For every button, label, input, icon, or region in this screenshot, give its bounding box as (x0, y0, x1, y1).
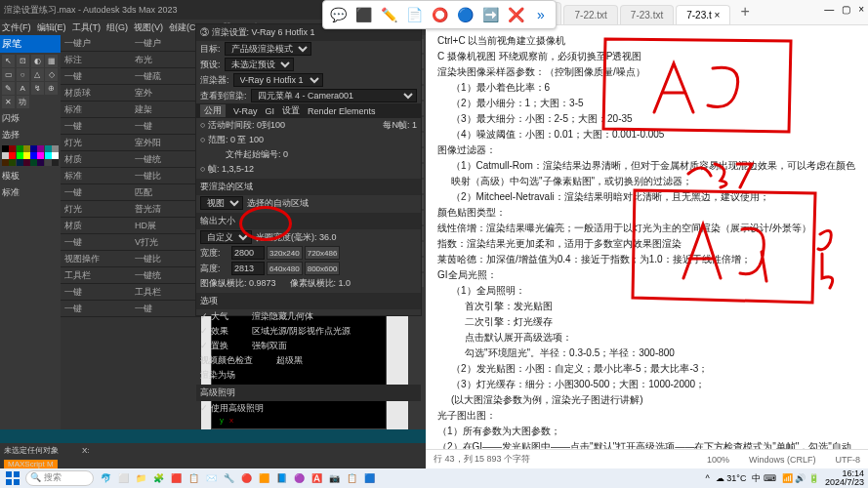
side-item[interactable]: HD展 (131, 218, 201, 234)
tool-icon[interactable]: ✎ (2, 82, 15, 95)
tool-arrow-icon[interactable]: ➡️ (478, 3, 502, 26)
taskbar-app-icon[interactable]: 🔧 (221, 470, 236, 486)
opt-field[interactable]: 渲染为场 (200, 369, 235, 382)
swatch[interactable] (45, 159, 52, 166)
width-input[interactable] (231, 246, 265, 260)
side-item[interactable]: 普光清 (131, 201, 201, 218)
side-item[interactable]: 标准 (61, 168, 131, 184)
taskbar-app-icon[interactable]: 📷 (326, 470, 342, 486)
side-item[interactable]: 一键 (131, 118, 201, 135)
tool-icon[interactable]: ⊕ (45, 82, 58, 95)
swatch[interactable] (17, 152, 23, 159)
taskbar-app-icon[interactable]: 🔴 (238, 470, 254, 486)
side-item[interactable]: 材质 (61, 218, 131, 234)
tray-wifi-icon[interactable]: 📶 🔊 🔋 (782, 473, 819, 483)
side-item[interactable]: 一键 (61, 118, 131, 135)
opt-atm[interactable]: ✓ 大气 (200, 310, 228, 323)
menu-edit[interactable]: 编辑(E) (37, 21, 66, 34)
swatch[interactable] (52, 145, 59, 152)
renderer-select[interactable]: V-Ray 6 Hotfix 1 (233, 73, 323, 87)
tool-page-icon[interactable]: 📄 (402, 3, 426, 26)
start-button[interactable] (4, 469, 21, 487)
tab-2[interactable]: 7-22.txt (563, 5, 617, 24)
menu-file[interactable]: 文件(F) (2, 21, 31, 34)
tool-icon[interactable]: ✕ (2, 96, 15, 108)
side-item[interactable]: 材质球 (61, 85, 131, 102)
tool-icon[interactable]: ▭ (2, 68, 15, 81)
tab-close-icon[interactable]: × (715, 10, 721, 20)
side-item[interactable]: 一键户 (61, 35, 131, 52)
tool-icon[interactable]: ◐ (31, 55, 44, 67)
tray-chevron-icon[interactable]: ^ (706, 473, 710, 483)
menu-view[interactable]: 视图(V) (134, 21, 163, 34)
swatch[interactable] (30, 152, 37, 159)
side-item[interactable]: 建架 (131, 102, 201, 118)
swatch[interactable] (37, 145, 44, 152)
taskbar-app-icon[interactable]: ⬜ (115, 470, 131, 486)
taskbar-search[interactable]: 🔍 搜索 (25, 470, 94, 486)
side-item[interactable]: 一键户 (131, 35, 201, 52)
taskbar-app-icon[interactable]: 🐬 (98, 470, 113, 486)
swatch[interactable] (2, 152, 9, 159)
taskbar-app-icon[interactable]: 🟥 (168, 470, 184, 486)
swatch[interactable] (52, 152, 59, 159)
swatch[interactable] (9, 152, 16, 159)
tray-lang[interactable]: 中 ⌨ (752, 472, 776, 485)
tool-close-icon[interactable]: ❌ (504, 3, 527, 26)
taskbar-app-icon[interactable]: 🅰️ (309, 470, 324, 486)
swatch[interactable] (2, 159, 9, 166)
radio-single[interactable]: ○ 活动时间段: 0到100 (200, 119, 285, 132)
tool-square-icon[interactable]: ⬛ (351, 3, 375, 26)
taskbar-app-icon[interactable]: 📋 (186, 470, 201, 486)
opt-fx[interactable]: ✓ 效果 (200, 325, 228, 338)
swatch[interactable] (9, 145, 16, 152)
tab-common[interactable]: 公用 (200, 104, 226, 117)
size-custom[interactable]: 自定义 (200, 230, 252, 244)
taskbar-app-icon[interactable]: 🟦 (361, 470, 377, 486)
swatch[interactable] (17, 159, 23, 166)
notepad-body[interactable]: Ctrl+C 以当前视角建立摄像机C 摄像机视图 环绕观察前，必须切换至P透视图… (426, 25, 868, 449)
tab-gi[interactable]: GI (266, 106, 275, 116)
preset-720[interactable]: 720x486 (305, 246, 341, 260)
opt-vid[interactable]: 视频颜色检查 (200, 354, 253, 367)
side-item[interactable]: 一键统 (131, 267, 201, 284)
swatch[interactable] (45, 152, 52, 159)
side-item[interactable]: 布光 (131, 52, 201, 68)
preset-640[interactable]: 640x480 (267, 262, 303, 275)
tab-4[interactable]: 7-23.t × (676, 5, 730, 24)
side-item[interactable]: 视图操作 (61, 251, 131, 267)
target-select[interactable]: 产品级渲染模式 (225, 42, 311, 56)
side-item[interactable]: 工具栏 (131, 284, 201, 301)
tool-icon[interactable]: ▦ (45, 55, 58, 67)
side-item[interactable]: 室外阳 (131, 135, 201, 151)
side-item[interactable]: 工具栏 (61, 267, 131, 284)
side-item[interactable]: 一键 (61, 234, 131, 251)
height-input[interactable] (231, 262, 265, 275)
side-item[interactable]: 一键 (61, 284, 131, 301)
side-item[interactable]: 标准 (61, 102, 131, 118)
taskbar-app-icon[interactable]: 📋 (344, 470, 359, 486)
taskbar-app-icon[interactable]: 🟧 (256, 470, 271, 486)
side-item[interactable]: 一键比 (131, 251, 201, 267)
side-item[interactable]: 一键比 (131, 168, 201, 184)
side-item[interactable]: 一键 (61, 301, 131, 317)
preset-800[interactable]: 800x600 (305, 262, 341, 275)
weather-icon[interactable]: ☁ 31°C (716, 473, 747, 483)
area-select[interactable]: 视图 (200, 196, 243, 210)
tab-vray[interactable]: V-Ray (233, 106, 258, 116)
tool-icon[interactable]: ↯ (31, 82, 44, 95)
side-item[interactable]: 一键 (61, 184, 131, 201)
swatch[interactable] (30, 159, 37, 166)
opt-adv-light[interactable]: ✓ 使用高级照明 (200, 402, 264, 415)
tool-icon[interactable]: ◇ (45, 68, 58, 81)
opt-area[interactable]: 区域光源/阴影视作点光源 (252, 325, 351, 338)
taskbar-app-icon[interactable]: ✉️ (203, 470, 219, 486)
tool-icon[interactable]: A (17, 82, 29, 95)
swatch[interactable] (23, 145, 30, 152)
tool-pencil-icon[interactable]: ✏️ (377, 3, 400, 26)
radio-range[interactable]: ○ 范围: 0 至 100 (200, 134, 264, 146)
maximize-icon[interactable]: ▢ (842, 4, 850, 15)
tool-icon[interactable]: ⊡ (17, 55, 29, 67)
swatch[interactable] (52, 159, 59, 166)
tab-re[interactable]: Render Elements (308, 106, 376, 116)
